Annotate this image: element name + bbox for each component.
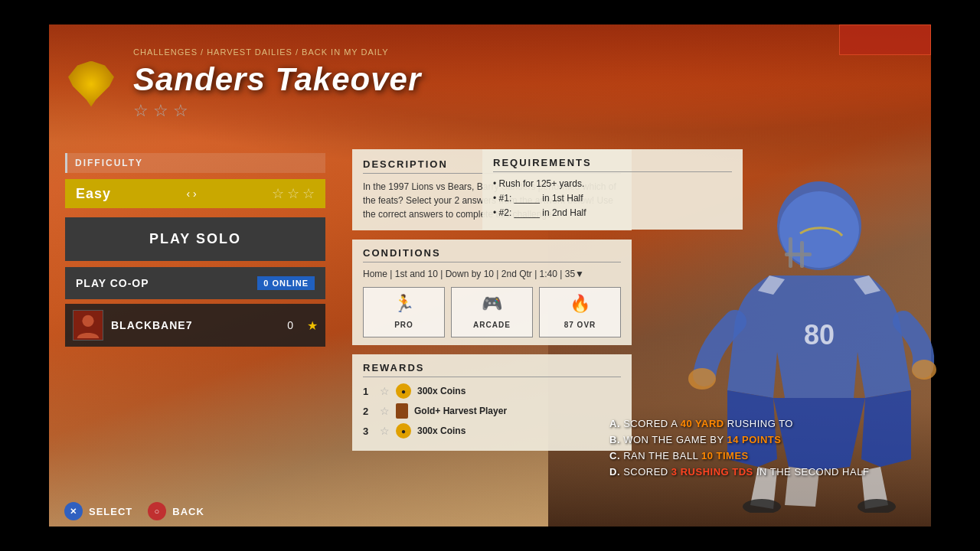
- conditions-title: CONDITIONS: [363, 247, 621, 262]
- reward-row-2: 2 ☆ Gold+ Harvest Player: [363, 403, 621, 419]
- answers-overlay: A. SCORED A 40 YARD RUSHING TO B. WON TH…: [609, 418, 931, 482]
- badge-arcade: 🎮 ARCADE: [451, 287, 533, 337]
- x-button-icon: ✕: [64, 502, 83, 520]
- rewards-title: REWARDS: [363, 362, 621, 377]
- header-text-area: CHALLENGES / HARVEST DAILIES / BACK IN M…: [133, 47, 912, 121]
- left-panel: DIFFICULTY Easy ‹ › ☆ ☆ ☆ PLAY SOLO PLAY…: [65, 153, 325, 347]
- answer-a[interactable]: A. SCORED A 40 YARD RUSHING TO: [609, 418, 931, 429]
- badge-ovr: 🔥 87 OVR: [539, 287, 621, 337]
- answer-a-prefix: SCORED A: [623, 418, 681, 429]
- difficulty-value: Easy: [76, 186, 111, 202]
- answer-d-suffix: IN THE SECOND HALF: [756, 466, 869, 478]
- answer-c[interactable]: C. RAN THE BALL 10 TIMES: [609, 450, 931, 461]
- difficulty-arrows[interactable]: ‹ ›: [186, 187, 196, 200]
- header-stars: ☆ ☆ ☆: [133, 101, 912, 121]
- coin-icon-1: ●: [396, 383, 411, 399]
- star-3: ☆: [173, 101, 188, 121]
- answer-d-prefix: SCORED: [623, 466, 671, 478]
- reward-row-1: 1 ☆ ● 300x Coins: [363, 383, 621, 399]
- answer-b[interactable]: B. WON THE GAME BY 14 POINTS: [609, 434, 931, 445]
- answer-a-letter: A.: [609, 418, 623, 429]
- reward-text-1: 300x Coins: [417, 386, 466, 396]
- diff-star-2: ☆: [287, 185, 299, 202]
- reward-star-3: ☆: [380, 425, 390, 437]
- bottom-bar: ✕ SELECT ○ BACK: [49, 496, 931, 527]
- reward-num-1: 1: [363, 386, 374, 397]
- play-solo-button[interactable]: PLAY SOLO: [65, 217, 325, 261]
- top-right-box: [839, 24, 931, 55]
- difficulty-section-label: DIFFICULTY: [65, 153, 325, 173]
- reward-num-2: 2: [363, 406, 374, 417]
- rewards-box: REWARDS 1 ☆ ● 300x Coins 2 ☆ Gold+ Harve…: [352, 354, 632, 451]
- svg-point-6: [688, 368, 716, 390]
- requirements-box: REQUIREMENTS • Rush for 125+ yards. • #1…: [482, 149, 743, 230]
- reward-text-2: Gold+ Harvest Player: [414, 406, 507, 416]
- answer-d-letter: D.: [609, 466, 623, 478]
- answer-c-highlight: 10 TIMES: [701, 450, 749, 461]
- breadcrumb: CHALLENGES / HARVEST DAILIES / BACK IN M…: [133, 47, 912, 57]
- play-coop-row[interactable]: PLAY CO-OP 0 ONLINE: [65, 267, 325, 299]
- select-label: SELECT: [89, 506, 132, 517]
- back-label: BACK: [172, 506, 204, 517]
- conditions-box: CONDITIONS Home | 1st and 10 | Down by 1…: [352, 240, 632, 345]
- arcade-icon: 🎮: [461, 294, 523, 314]
- reward-num-3: 3: [363, 425, 374, 437]
- difficulty-selector[interactable]: Easy ‹ › ☆ ☆ ☆: [65, 179, 325, 208]
- pro-icon: 🏃: [373, 294, 435, 314]
- star-1: ☆: [133, 101, 149, 121]
- req-item-2: • #1: _____ in 1st Half: [493, 193, 732, 204]
- player-star: ★: [307, 318, 318, 333]
- pro-label: PRO: [394, 321, 413, 329]
- header: CHALLENGES / HARVEST DAILIES / BACK IN M…: [49, 24, 931, 143]
- answer-a-highlight: 40 YARD: [681, 418, 724, 429]
- badge-pro: 🏃 PRO: [363, 287, 445, 337]
- difficulty-stars: ☆ ☆ ☆: [272, 185, 315, 202]
- diff-star-3: ☆: [302, 185, 315, 202]
- reward-row-3: 3 ☆ ● 300x Coins: [363, 423, 621, 439]
- ovr-icon: 🔥: [549, 294, 611, 314]
- player-score: 0: [287, 319, 293, 331]
- answer-c-letter: C.: [609, 450, 623, 461]
- answer-b-highlight: 14 POINTS: [727, 434, 782, 445]
- reward-star-2: ☆: [380, 405, 390, 417]
- arcade-label: ARCADE: [473, 321, 511, 329]
- player-name: BLACKBANE7: [111, 319, 279, 331]
- svg-text:80: 80: [804, 319, 835, 350]
- answer-c-prefix: RAN THE BALL: [623, 450, 701, 461]
- star-2: ☆: [153, 101, 168, 121]
- answer-b-prefix: WON THE GAME BY: [623, 434, 727, 445]
- reward-star-1: ☆: [380, 385, 390, 397]
- req-item-1: • Rush for 125+ yards.: [493, 178, 732, 189]
- header-leaf-icon: [68, 57, 122, 111]
- conditions-details: Home | 1st and 10 | Down by 10 | 2nd Qtr…: [363, 269, 621, 279]
- svg-point-7: [912, 360, 936, 380]
- reward-text-3: 300x Coins: [417, 425, 466, 436]
- coin-icon-3: ●: [396, 423, 411, 439]
- o-button-icon: ○: [148, 502, 166, 520]
- back-hint: ○ BACK: [148, 502, 204, 520]
- svg-rect-4: [785, 253, 812, 256]
- player-row: BLACKBANE7 0 ★: [65, 304, 325, 347]
- online-count-badge: 0 ONLINE: [257, 276, 315, 290]
- answer-a-suffix: RUSHING TO: [727, 418, 793, 429]
- requirements-title: REQUIREMENTS: [493, 157, 732, 172]
- answer-b-letter: B.: [609, 434, 623, 445]
- page-title: Sanders Takeover: [133, 61, 912, 98]
- answer-d[interactable]: D. SCORED 3 RUSHING TDS IN THE SECOND HA…: [609, 466, 931, 478]
- player-avatar: [73, 310, 103, 341]
- answer-d-highlight: 3 RUSHING TDS: [671, 466, 753, 478]
- conditions-badges: 🏃 PRO 🎮 ARCADE 🔥 87 OVR: [363, 287, 621, 337]
- card-icon-2: [396, 403, 408, 419]
- select-hint: ✕ SELECT: [64, 502, 132, 520]
- req-item-3: • #2: _____ in 2nd Half: [493, 207, 732, 218]
- svg-point-11: [82, 315, 93, 327]
- diff-star-1: ☆: [272, 185, 284, 202]
- requirements-panel: REQUIREMENTS • Rush for 125+ yards. • #1…: [482, 149, 651, 239]
- ovr-label: 87 OVR: [564, 321, 596, 329]
- play-coop-label: PLAY CO-OP: [76, 277, 149, 289]
- leaf-decoration: [68, 61, 114, 107]
